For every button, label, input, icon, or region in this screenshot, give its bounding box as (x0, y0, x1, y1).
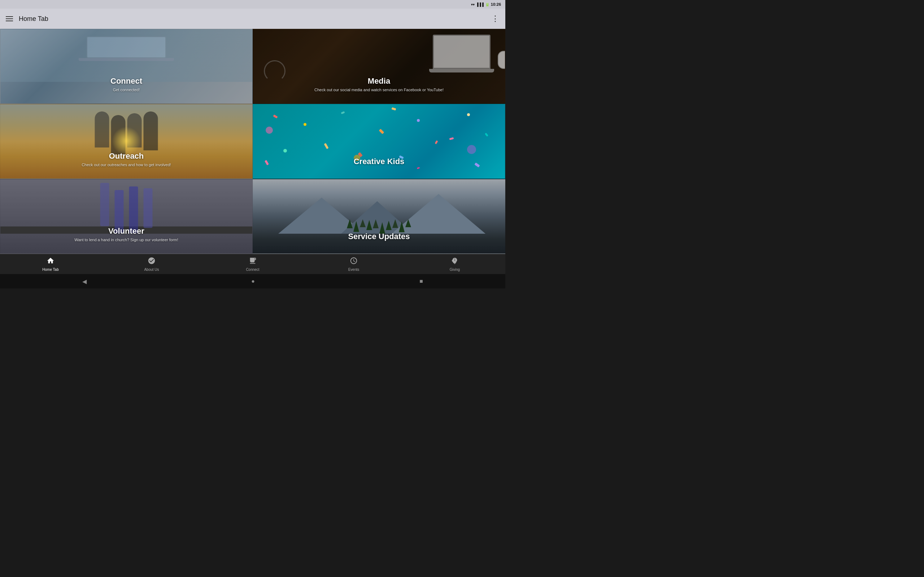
battery-icon: 🔋 (485, 3, 489, 6)
android-home-button[interactable]: ● (251, 278, 255, 285)
volunteer-subtitle: Want to lend a hand in church? Sign up o… (6, 237, 247, 243)
hamburger-line-3 (6, 21, 13, 21)
creative-kids-tile-text: Creative Kids (253, 157, 505, 168)
service-updates-title: Service Updates (259, 232, 499, 241)
nav-item-home-tab[interactable]: Home Tab (0, 255, 101, 274)
main-grid: Connect Get connected! Media Check out o… (0, 29, 505, 254)
hamburger-line-2 (6, 18, 13, 19)
outreach-tile-text: Outreach Check out our outreaches and ho… (0, 152, 252, 168)
nav-label-about-us: About Us (144, 268, 159, 272)
android-back-button[interactable]: ◀ (82, 278, 87, 285)
nav-label-connect: Connect (246, 268, 259, 272)
nav-label-home-tab: Home Tab (42, 268, 58, 272)
app-bar-left: Home Tab (6, 15, 48, 23)
connect-tile[interactable]: Connect Get connected! (0, 29, 253, 104)
media-subtitle: Check out our social media and watch ser… (259, 87, 499, 93)
android-nav-bar: ◀ ● ■ (0, 274, 505, 288)
android-recent-button[interactable]: ■ (419, 278, 423, 285)
outreach-tile[interactable]: Outreach Check out our outreaches and ho… (0, 104, 253, 179)
status-time: 10:26 (491, 2, 501, 6)
hamburger-line-1 (6, 16, 13, 17)
volunteer-title: Volunteer (6, 226, 247, 236)
service-updates-tile-text: Service Updates (253, 232, 505, 243)
volunteer-tile[interactable]: Volunteer Want to lend a hand in church?… (0, 179, 253, 254)
nav-item-about-us[interactable]: About Us (101, 255, 202, 274)
nav-item-events[interactable]: Events (303, 255, 404, 274)
media-tile-text: Media Check out our social media and wat… (253, 76, 505, 93)
creative-kids-tile[interactable]: Creative Kids (253, 104, 505, 179)
home-tab-icon (47, 257, 55, 266)
nav-item-giving[interactable]: Giving (404, 255, 505, 274)
app-bar: Home Tab ⋮ (0, 9, 505, 29)
nav-item-connect[interactable]: Connect (202, 255, 303, 274)
status-icons: ▾▾ ▐▐▐ 🔋 10:26 (471, 2, 501, 6)
hamburger-menu-button[interactable] (6, 16, 13, 21)
more-options-button[interactable]: ⋮ (491, 14, 499, 23)
outreach-subtitle: Check out our outreaches and how to get … (6, 162, 247, 168)
about-us-icon (148, 257, 155, 266)
connect-title: Connect (6, 76, 247, 86)
giving-icon (451, 257, 459, 266)
connect-subtitle: Get connected! (6, 87, 247, 93)
wifi-icon: ▾▾ (471, 3, 475, 6)
media-tile[interactable]: Media Check out our social media and wat… (253, 29, 505, 104)
connect-nav-icon (249, 257, 257, 266)
app-bar-title: Home Tab (19, 15, 48, 23)
signal-icon: ▐▐▐ (476, 3, 484, 6)
nav-label-giving: Giving (450, 268, 460, 272)
outreach-title: Outreach (6, 152, 247, 161)
media-title: Media (259, 76, 499, 86)
bottom-nav: Home Tab About Us Connect Events (0, 254, 505, 274)
volunteer-tile-text: Volunteer Want to lend a hand in church?… (0, 226, 252, 243)
connect-tile-text: Connect Get connected! (0, 76, 252, 93)
events-icon (350, 257, 358, 266)
status-bar: ▾▾ ▐▐▐ 🔋 10:26 (0, 0, 505, 9)
creative-kids-title: Creative Kids (259, 157, 499, 166)
nav-label-events: Events (348, 268, 360, 272)
service-updates-tile[interactable]: Service Updates (253, 179, 505, 254)
